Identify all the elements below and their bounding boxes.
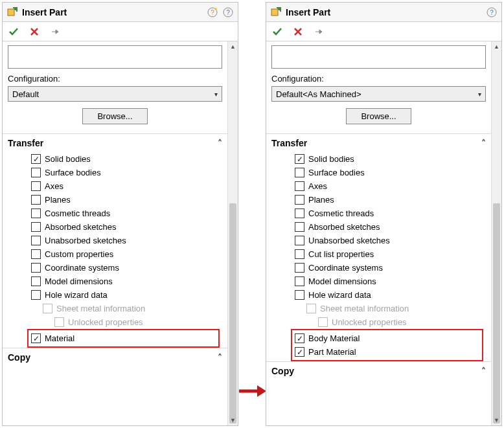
svg-text:?: ? [226,9,230,16]
panel-title: Insert Part [286,7,486,17]
part-name-input[interactable] [8,45,222,69]
ok-icon[interactable] [8,26,19,38]
highlight-box-material: ✓Material [27,329,220,348]
check-model-dimensions[interactable]: Model dimensions [295,275,486,288]
svg-text:?: ? [211,9,214,16]
check-absorbed-sketches[interactable]: Absorbed sketches [295,220,486,234]
scroll-down-icon[interactable]: ▼ [492,415,501,425]
check-unlocked-properties: Unlocked properties [31,315,222,329]
pin-icon[interactable] [49,26,61,38]
comparison-arrow-icon [239,383,266,399]
check-axes[interactable]: Axes [295,179,486,193]
check-model-dimensions[interactable]: Model dimensions [31,275,222,288]
config-label: Configuration: [271,74,486,84]
svg-text:?: ? [490,9,494,16]
transfer-options: ✓Solid bodies Surface bodies Axes Planes… [8,152,222,348]
copy-label: Copy [271,366,294,376]
config-select[interactable]: Default ▾ [8,86,222,102]
svg-rect-7 [271,9,278,16]
check-absorbed-sketches[interactable]: Absorbed sketches [31,220,222,234]
check-hole-wizard-data[interactable]: Hole wizard data [295,288,486,302]
transfer-section-header[interactable]: Transfer ˄ [8,134,222,152]
browse-button[interactable]: Browse... [346,108,411,124]
action-bar [266,22,501,41]
check-axes[interactable]: Axes [31,179,222,193]
svg-point-3 [214,8,217,10]
insert-part-icon [6,6,18,18]
check-surface-bodies[interactable]: Surface bodies [295,166,486,179]
scroll-thumb[interactable] [493,203,500,423]
chevron-up-icon: ˄ [218,352,222,363]
titlebar: Insert Part ? ? [3,3,238,22]
config-select[interactable]: Default<As Machined> ▾ [271,86,486,102]
check-sheet-metal-info: Sheet metal information [295,302,486,315]
check-hole-wizard-data[interactable]: Hole wizard data [31,288,222,302]
transfer-label: Transfer [271,138,307,148]
config-value: Default [12,89,39,99]
scroll-up-icon[interactable]: ▲ [228,41,238,52]
check-part-material[interactable]: ✓Part Material [295,345,479,359]
copy-section-header[interactable]: Copy ˄ [271,362,486,380]
check-solid-bodies[interactable]: ✓Solid bodies [295,152,486,166]
check-coordinate-systems[interactable]: Coordinate systems [295,261,486,275]
help-icon[interactable]: ? [486,6,498,18]
vertical-scrollbar[interactable]: ▲ ▼ [227,41,238,425]
titlebar: Insert Part ? [266,3,501,22]
check-cut-list-properties[interactable]: Cut list properties [295,247,486,261]
insert-part-icon [270,6,282,18]
check-coordinate-systems[interactable]: Coordinate systems [31,261,222,275]
check-surface-bodies[interactable]: Surface bodies [31,166,222,179]
scroll-down-icon[interactable]: ▼ [228,415,238,425]
check-cosmetic-threads[interactable]: Cosmetic threads [295,207,486,220]
part-name-input[interactable] [271,45,486,69]
check-body-material[interactable]: ✓Body Material [295,332,479,345]
config-label: Configuration: [8,74,222,84]
chevron-up-icon: ˄ [481,366,486,376]
transfer-label: Transfer [8,138,43,148]
vertical-scrollbar[interactable]: ▲ ▼ [491,41,501,425]
transfer-section-header[interactable]: Transfer ˄ [271,134,486,152]
check-custom-properties[interactable]: Custom properties [31,247,222,261]
scroll-thumb[interactable] [229,203,236,423]
scroll-up-icon[interactable]: ▲ [492,41,501,52]
panel-content: Configuration: Default ▾ Browse... Trans… [3,41,227,425]
copy-section-header[interactable]: Copy ˄ [8,348,222,366]
panel-content: Configuration: Default<As Machined> ▾ Br… [266,41,491,425]
cancel-icon[interactable] [292,26,304,38]
copy-label: Copy [8,352,30,363]
check-sheet-metal-info: Sheet metal information [31,302,222,315]
insert-part-panel-left: Insert Part ? ? Configuration: Default ▾… [2,2,238,426]
insert-part-panel-right: Insert Part ? Configuration: Default<As … [266,2,502,426]
help-star-icon[interactable]: ? [207,6,218,18]
check-unlocked-properties: Unlocked properties [295,315,486,329]
check-planes[interactable]: Planes [295,193,486,207]
svg-rect-0 [8,9,14,16]
config-value: Default<As Machined> [276,89,361,99]
check-solid-bodies[interactable]: ✓Solid bodies [31,152,222,166]
highlight-box-material: ✓Body Material ✓Part Material [291,329,483,361]
help-icon[interactable]: ? [222,6,234,18]
chevron-down-icon: ▾ [478,91,481,98]
action-bar [3,22,238,41]
pin-icon[interactable] [313,26,325,38]
check-cosmetic-threads[interactable]: Cosmetic threads [31,207,222,220]
check-material[interactable]: ✓Material [31,332,216,345]
ok-icon[interactable] [271,26,283,38]
browse-button[interactable]: Browse... [82,108,147,124]
chevron-up-icon: ˄ [218,138,222,148]
check-planes[interactable]: Planes [31,193,222,207]
check-unabsorbed-sketches[interactable]: Unabsorbed sketches [31,234,222,247]
chevron-up-icon: ˄ [481,138,486,148]
chevron-down-icon: ▾ [214,91,218,98]
cancel-icon[interactable] [29,26,40,38]
transfer-options: ✓Solid bodies Surface bodies Axes Planes… [271,152,486,361]
panel-title: Insert Part [22,7,207,17]
check-unabsorbed-sketches[interactable]: Unabsorbed sketches [295,234,486,247]
